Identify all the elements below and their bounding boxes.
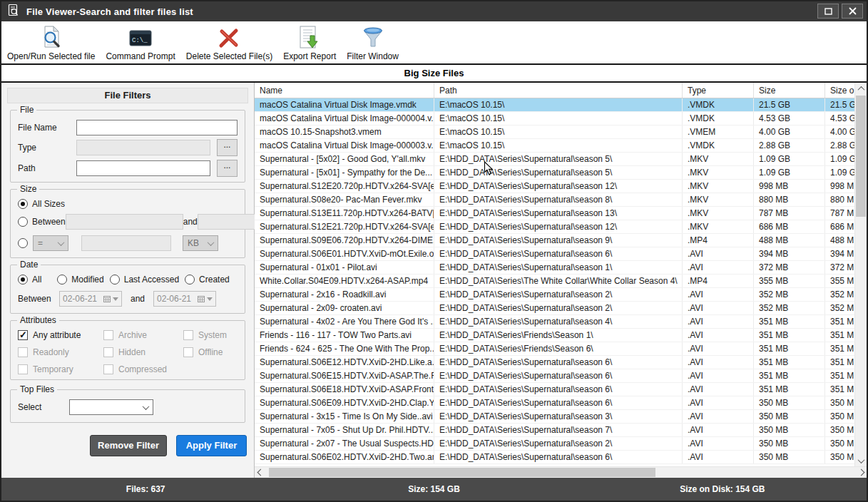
cell-size: 352 MB: [754, 302, 825, 314]
cell-type: .AVI: [683, 342, 754, 355]
table-row[interactable]: Supernatural.S06E15.HDTV.XviD-ASAP.The.F…: [255, 369, 854, 383]
column-header-type[interactable]: Type: [683, 83, 754, 98]
filter-window-button[interactable]: Filter Window: [347, 25, 399, 61]
table-row[interactable]: Supernatural.S12E21.720p.HDTV.x264-SVA[e…: [255, 220, 854, 234]
attribute-any-attribute[interactable]: Any attribute: [18, 330, 103, 340]
table-row[interactable]: Supernatural.S12E20.720p.HDTV.x264-SVA[e…: [255, 180, 854, 193]
horizontal-scrollbar[interactable]: [255, 466, 867, 478]
cell-path: E:\macOS 10.15\: [434, 125, 683, 138]
close-button[interactable]: [842, 4, 863, 19]
column-header-name[interactable]: Name: [255, 83, 434, 98]
file-name-input[interactable]: [76, 120, 238, 135]
cell-name: Friends - 116 - 117 - TOW Two Parts.avi: [255, 329, 434, 342]
cell-name: macOS Catalina Virtual Disk Image-000003…: [255, 139, 434, 152]
cell-name: Supernatural - 2x07 - The Usual Suspects…: [255, 437, 434, 450]
table-row[interactable]: Friends - 624 - 625 - The One With The P…: [255, 342, 854, 356]
table-row[interactable]: White.Collar.S04E09.HDTV.x264-ASAP.mp4E:…: [255, 275, 854, 288]
apply-filter-button[interactable]: Apply Filter: [176, 435, 247, 456]
cell-path: E:\HDD_DATA\Series\Friends\Season 6\: [434, 342, 683, 355]
table-row[interactable]: Supernatural.S09E06.720p.HDTV.x264-DIME.…: [255, 234, 854, 247]
table-row[interactable]: Supernatural.S06E18.HDTV.XviD-ASAP.Front…: [255, 383, 854, 396]
size-operator-select: =: [33, 235, 68, 251]
scroll-right-button[interactable]: [855, 467, 867, 478]
path-browse-button[interactable]: ...: [217, 160, 238, 177]
table-row[interactable]: Supernatural.S13E11.720p.HDTV.x264-BATV[…: [255, 207, 854, 220]
cell-type: .AVI: [683, 424, 754, 436]
cell-type: .AVI: [683, 396, 754, 409]
table-row[interactable]: Supernatural.S08e20- Pac-Man Fever.mkvE:…: [255, 193, 854, 207]
export-report-icon: [298, 25, 321, 51]
table-row[interactable]: Supernatural - 7x05 - Shut Up Dr. Phil.H…: [255, 424, 854, 437]
cell-disk: 998 M: [825, 180, 854, 193]
column-header-path[interactable]: Path: [434, 83, 683, 98]
title-bar: File Viewer-Search and filter files list: [1, 1, 867, 21]
date-created-radio[interactable]: [185, 275, 195, 285]
date-all-radio[interactable]: [18, 275, 28, 285]
toolbar-item-label: Filter Window: [347, 51, 399, 61]
cell-name: Supernatural.S12E20.720p.HDTV.x264-SVA[e…: [255, 180, 434, 193]
table-row[interactable]: Supernatural.S06E12.HDTV.XviD-2HD.Like.a…: [255, 356, 854, 369]
filter-panel: File Filters File File Name Type ... Pat…: [1, 83, 255, 478]
cell-name: Supernatural - 2x16 - Roadkill.avi: [255, 288, 434, 301]
checkbox-icon[interactable]: [18, 330, 28, 340]
export-report-button[interactable]: Export Report: [283, 25, 336, 61]
table-row[interactable]: Supernatural - 01x01 - Pilot.aviE:\HDD_D…: [255, 261, 854, 275]
checkbox-label: Archive: [118, 330, 147, 340]
open-run-icon: [40, 25, 63, 51]
table-row[interactable]: Supernatural - [5x02] - Good God, Y'all.…: [255, 153, 854, 166]
size-compare-radio[interactable]: [18, 238, 28, 248]
table-row[interactable]: macOS Catalina Virtual Disk Image-000004…: [255, 112, 854, 125]
vertical-scrollbar-thumb[interactable]: [856, 96, 866, 217]
checkbox-icon: [183, 330, 193, 340]
all-sizes-radio[interactable]: [18, 199, 28, 209]
cell-type: .MKV: [683, 220, 754, 233]
path-input[interactable]: [76, 160, 210, 176]
cell-type: .AVI: [683, 410, 754, 423]
cell-disk: 880 M: [825, 193, 854, 206]
cell-disk: 787 M: [825, 207, 854, 220]
table-row[interactable]: Supernatural.S06E01.HDTV.XviD-mOt.Exile.…: [255, 247, 854, 261]
maximize-button[interactable]: [817, 4, 839, 19]
cell-size: 350 MB: [754, 451, 825, 463]
table-row[interactable]: macOS Catalina Virtual Disk Image.vmdkE:…: [255, 98, 854, 112]
table-row[interactable]: Supernatural - 3x15 - Time Is On My Side…: [255, 410, 854, 424]
date-modified-radio[interactable]: [57, 275, 67, 285]
cell-disk: 355 M: [825, 275, 854, 287]
size-min-input: [66, 214, 183, 230]
size-value-input: [81, 235, 171, 251]
cell-type: .AVI: [683, 247, 754, 260]
table-row[interactable]: Supernatural.S06E09.HDTV.XviD-2HD.Clap.Y…: [255, 396, 854, 410]
table-row[interactable]: macOS Catalina Virtual Disk Image-000003…: [255, 139, 854, 153]
table-row[interactable]: macOS 10.15-Snapshot3.vmemE:\macOS 10.15…: [255, 125, 854, 139]
open-run-selected-file-button[interactable]: Open/Run Selected file: [7, 25, 95, 61]
command-prompt-button[interactable]: C:\_ Command Prompt: [106, 25, 175, 61]
table-row[interactable]: Supernatural - 2x09- croaten.aviE:\HDD_D…: [255, 302, 854, 315]
type-browse-button[interactable]: ...: [217, 139, 238, 156]
cell-name: Supernatural.S12E21.720p.HDTV.x264-SVA[e…: [255, 220, 434, 233]
checkbox-label: Readonly: [33, 347, 69, 357]
table-row[interactable]: Supernatural.S06E02.HDTV.XviD-2HD.Two.an…: [255, 451, 854, 464]
cell-disk: 351 M: [825, 383, 854, 396]
size-between-radio[interactable]: [18, 217, 28, 227]
vertical-scrollbar[interactable]: [854, 83, 867, 466]
delete-selected-files-button[interactable]: Delete Selected File(s): [186, 25, 272, 61]
date-last-accessed-radio[interactable]: [110, 275, 120, 285]
top-files-select[interactable]: [69, 399, 153, 415]
svg-text:C:\_: C:\_: [132, 37, 148, 44]
cell-disk: 2.88 G: [825, 139, 854, 152]
table-row[interactable]: Supernatural - 4x02 - Are You There God …: [255, 315, 854, 329]
remove-filter-button[interactable]: Remove Filter: [90, 435, 167, 456]
scroll-up-button[interactable]: [855, 83, 867, 94]
table-row[interactable]: Supernatural - 2x07 - The Usual Suspects…: [255, 437, 854, 451]
scroll-down-button[interactable]: [855, 455, 867, 466]
horizontal-scrollbar-thumb[interactable]: [269, 468, 655, 477]
column-header-size-on-disk[interactable]: Size o: [825, 83, 854, 98]
table-row[interactable]: Friends - 116 - 117 - TOW Two Parts.aviE…: [255, 329, 854, 342]
table-row[interactable]: Supernatural - 2x16 - Roadkill.aviE:\HDD…: [255, 288, 854, 302]
cell-name: Supernatural - 01x01 - Pilot.avi: [255, 261, 434, 274]
scroll-left-button[interactable]: [255, 467, 266, 478]
group-label: Size: [17, 184, 39, 194]
table-row[interactable]: Supernatural - [5x01] - Sympathy for the…: [255, 166, 854, 180]
close-icon: [849, 7, 857, 15]
column-header-size[interactable]: Size: [754, 83, 825, 98]
